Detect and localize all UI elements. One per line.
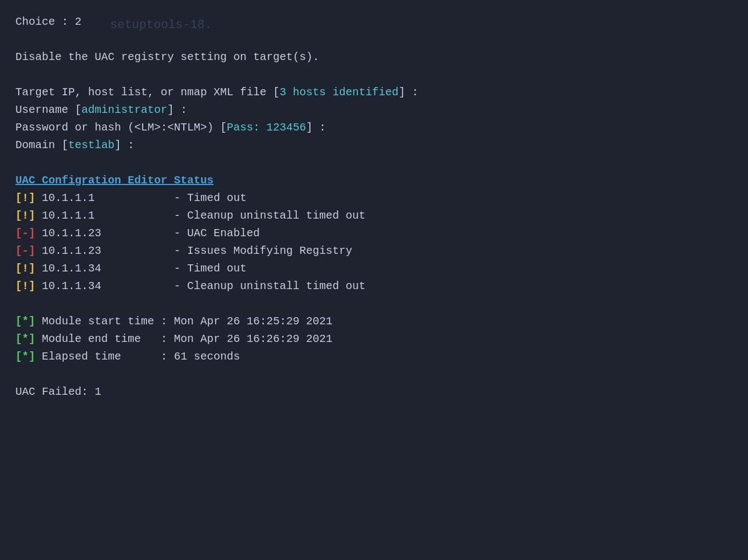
hosts-identified: 3 hosts identified [280, 86, 398, 99]
module-start-line: [*] Module start time : Mon Apr 26 16:25… [15, 313, 733, 330]
domain-line: Domain [testlab] : [15, 137, 733, 154]
status-line-4: [-] 10.1.1.23 - Issues Modifying Registr… [15, 242, 733, 260]
blank-line-2 [15, 66, 733, 84]
bracket-1: [!] [15, 192, 35, 204]
target-ip-line: Target IP, host list, or nmap XML file [… [15, 84, 733, 101]
bracket-2: [!] [15, 209, 35, 222]
bracket-star-1: [*] [15, 315, 35, 328]
domain-value: testlab [68, 139, 114, 151]
bracket-4: [-] [15, 244, 35, 257]
status-line-5: [!] 10.1.1.34 - Timed out [15, 260, 733, 278]
bracket-star-2: [*] [15, 333, 35, 345]
terminal-output: Choice : 2 Disable the UAC registry sett… [15, 13, 733, 401]
status-line-6: [!] 10.1.1.34 - Cleanup uninstall timed … [15, 278, 733, 295]
module-end-line: [*] Module end time : Mon Apr 26 16:26:2… [15, 330, 733, 348]
blank-line-3 [15, 154, 733, 172]
bracket-6: [!] [15, 280, 35, 292]
status-line-3: [-] 10.1.1.23 - UAC Enabled [15, 225, 733, 242]
blank-line-1 [15, 31, 733, 48]
uac-disabled-line: UAC Failed: 1 [15, 383, 733, 401]
password-value: Pass: 123456 [227, 121, 306, 134]
choice-line: Choice : 2 [15, 13, 733, 31]
bracket-5: [!] [15, 262, 35, 275]
bracket-star-3: [*] [15, 350, 35, 363]
bracket-3: [-] [15, 227, 35, 240]
username-value: administrator [81, 104, 167, 116]
disable-line: Disable the UAC registry setting on targ… [15, 48, 733, 66]
elapsed-time-line: [*] Elapsed time : 61 seconds [15, 348, 733, 366]
uac-header: UAC Configration Editor Status [15, 172, 733, 189]
blank-line-5 [15, 366, 733, 383]
blank-line-4 [15, 295, 733, 313]
status-line-1: [!] 10.1.1.1 - Timed out [15, 189, 733, 207]
username-line: Username [administrator] : [15, 101, 733, 119]
password-line: Password or hash (<LM>:<NTLM>) [Pass: 12… [15, 119, 733, 137]
status-line-2: [!] 10.1.1.1 - Cleanup uninstall timed o… [15, 207, 733, 225]
uac-header-text: UAC Configration Editor Status [15, 174, 214, 187]
